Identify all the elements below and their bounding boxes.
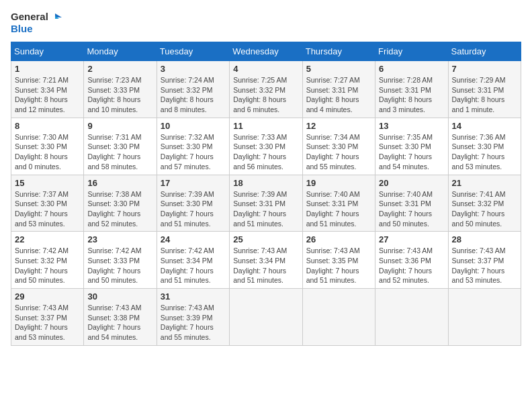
day-number: 10 (161, 121, 226, 131)
cell-info: Sunrise: 7:32 AMSunset: 3:30 PMDaylight:… (161, 132, 226, 172)
calendar-week-row: 1Sunrise: 7:21 AMSunset: 3:34 PMDaylight… (11, 61, 521, 118)
cell-info: Sunrise: 7:28 AMSunset: 3:31 PMDaylight:… (379, 75, 444, 115)
calendar-cell: 18Sunrise: 7:39 AMSunset: 3:31 PMDayligh… (230, 175, 302, 232)
cell-info: Sunrise: 7:43 AMSunset: 3:37 PMDaylight:… (452, 246, 517, 285)
day-number: 1 (15, 64, 80, 74)
cell-info: Sunrise: 7:41 AMSunset: 3:32 PMDaylight:… (452, 189, 517, 229)
cell-info: Sunrise: 7:25 AMSunset: 3:32 PMDaylight:… (233, 75, 298, 115)
day-number: 9 (87, 121, 152, 131)
cell-info: Sunrise: 7:33 AMSunset: 3:30 PMDaylight:… (233, 132, 298, 172)
cell-info: Sunrise: 7:39 AMSunset: 3:30 PMDaylight:… (161, 189, 226, 229)
cell-info: Sunrise: 7:40 AMSunset: 3:31 PMDaylight:… (379, 189, 444, 229)
cell-info: Sunrise: 7:42 AMSunset: 3:33 PMDaylight:… (87, 246, 152, 285)
day-number: 2 (87, 64, 152, 74)
calendar-cell (448, 289, 521, 346)
calendar-body: 1Sunrise: 7:21 AMSunset: 3:34 PMDaylight… (11, 61, 521, 346)
calendar-cell: 27Sunrise: 7:43 AMSunset: 3:36 PMDayligh… (375, 232, 448, 289)
cell-info: Sunrise: 7:43 AMSunset: 3:35 PMDaylight:… (306, 246, 371, 285)
day-number: 6 (379, 64, 444, 74)
calendar-cell: 13Sunrise: 7:35 AMSunset: 3:30 PMDayligh… (375, 118, 448, 175)
calendar-cell: 16Sunrise: 7:38 AMSunset: 3:30 PMDayligh… (84, 175, 157, 232)
calendar-cell: 24Sunrise: 7:42 AMSunset: 3:34 PMDayligh… (157, 232, 229, 289)
day-number: 18 (233, 178, 298, 188)
calendar-cell: 6Sunrise: 7:28 AMSunset: 3:31 PMDaylight… (375, 61, 448, 118)
calendar-week-row: 29Sunrise: 7:43 AMSunset: 3:37 PMDayligh… (11, 289, 521, 346)
calendar-cell: 21Sunrise: 7:41 AMSunset: 3:32 PMDayligh… (448, 175, 521, 232)
calendar-cell: 8Sunrise: 7:30 AMSunset: 3:30 PMDaylight… (11, 118, 84, 175)
day-number: 8 (15, 121, 80, 131)
calendar-cell: 5Sunrise: 7:27 AMSunset: 3:31 PMDaylight… (302, 61, 375, 118)
day-number: 22 (15, 234, 80, 244)
cell-info: Sunrise: 7:43 AMSunset: 3:39 PMDaylight:… (161, 303, 226, 342)
cell-info: Sunrise: 7:38 AMSunset: 3:30 PMDaylight:… (87, 189, 152, 229)
calendar-cell: 29Sunrise: 7:43 AMSunset: 3:37 PMDayligh… (11, 289, 84, 346)
cell-info: Sunrise: 7:29 AMSunset: 3:31 PMDaylight:… (452, 75, 517, 115)
calendar-cell: 22Sunrise: 7:42 AMSunset: 3:32 PMDayligh… (11, 232, 84, 289)
cell-info: Sunrise: 7:35 AMSunset: 3:30 PMDaylight:… (379, 132, 444, 172)
day-number: 21 (452, 178, 517, 188)
calendar-week-row: 8Sunrise: 7:30 AMSunset: 3:30 PMDaylight… (11, 118, 521, 175)
cell-info: Sunrise: 7:36 AMSunset: 3:30 PMDaylight:… (452, 132, 517, 172)
cell-info: Sunrise: 7:31 AMSunset: 3:30 PMDaylight:… (87, 132, 152, 172)
logo: General Blue (11, 11, 62, 35)
day-number: 31 (161, 291, 226, 302)
day-number: 26 (306, 234, 371, 244)
weekday-label: Sunday (11, 42, 84, 61)
cell-info: Sunrise: 7:40 AMSunset: 3:31 PMDaylight:… (306, 189, 371, 229)
day-number: 19 (306, 178, 371, 188)
calendar-cell: 10Sunrise: 7:32 AMSunset: 3:30 PMDayligh… (157, 118, 229, 175)
calendar-cell: 15Sunrise: 7:37 AMSunset: 3:30 PMDayligh… (11, 175, 84, 232)
cell-info: Sunrise: 7:30 AMSunset: 3:30 PMDaylight:… (15, 132, 80, 172)
day-number: 15 (15, 178, 80, 188)
day-number: 24 (161, 234, 226, 244)
calendar-cell: 11Sunrise: 7:33 AMSunset: 3:30 PMDayligh… (230, 118, 302, 175)
calendar-cell (375, 289, 448, 346)
weekday-header-row: SundayMondayTuesdayWednesdayThursdayFrid… (11, 42, 521, 61)
day-number: 4 (233, 64, 298, 74)
weekday-label: Thursday (302, 42, 375, 61)
weekday-label: Monday (84, 42, 157, 61)
weekday-label: Friday (375, 42, 448, 61)
calendar-cell: 28Sunrise: 7:43 AMSunset: 3:37 PMDayligh… (448, 232, 521, 289)
day-number: 25 (233, 234, 298, 244)
cell-info: Sunrise: 7:23 AMSunset: 3:33 PMDaylight:… (87, 75, 152, 115)
day-number: 30 (87, 291, 152, 302)
logo-bird-icon (50, 12, 62, 23)
calendar-cell: 2Sunrise: 7:23 AMSunset: 3:33 PMDaylight… (84, 61, 157, 118)
page-header: General Blue (11, 11, 521, 35)
calendar-week-row: 15Sunrise: 7:37 AMSunset: 3:30 PMDayligh… (11, 175, 521, 232)
calendar-week-row: 22Sunrise: 7:42 AMSunset: 3:32 PMDayligh… (11, 232, 521, 289)
day-number: 16 (87, 178, 152, 188)
calendar-cell (302, 289, 375, 346)
cell-info: Sunrise: 7:43 AMSunset: 3:34 PMDaylight:… (233, 246, 298, 285)
calendar-cell: 14Sunrise: 7:36 AMSunset: 3:30 PMDayligh… (448, 118, 521, 175)
calendar-cell: 17Sunrise: 7:39 AMSunset: 3:30 PMDayligh… (157, 175, 229, 232)
day-number: 27 (379, 234, 444, 244)
weekday-label: Wednesday (230, 42, 302, 61)
calendar-cell: 9Sunrise: 7:31 AMSunset: 3:30 PMDaylight… (84, 118, 157, 175)
calendar-cell: 12Sunrise: 7:34 AMSunset: 3:30 PMDayligh… (302, 118, 375, 175)
calendar-cell: 4Sunrise: 7:25 AMSunset: 3:32 PMDaylight… (230, 61, 302, 118)
weekday-label: Tuesday (157, 42, 229, 61)
cell-info: Sunrise: 7:42 AMSunset: 3:34 PMDaylight:… (161, 246, 226, 285)
calendar-cell: 20Sunrise: 7:40 AMSunset: 3:31 PMDayligh… (375, 175, 448, 232)
calendar-cell: 3Sunrise: 7:24 AMSunset: 3:32 PMDaylight… (157, 61, 229, 118)
calendar-cell: 30Sunrise: 7:43 AMSunset: 3:38 PMDayligh… (84, 289, 157, 346)
cell-info: Sunrise: 7:43 AMSunset: 3:37 PMDaylight:… (15, 303, 80, 342)
day-number: 14 (452, 121, 517, 131)
day-number: 20 (379, 178, 444, 188)
cell-info: Sunrise: 7:24 AMSunset: 3:32 PMDaylight:… (161, 75, 226, 115)
calendar-cell (230, 289, 302, 346)
weekday-label: Saturday (448, 42, 521, 61)
day-number: 7 (452, 64, 517, 74)
cell-info: Sunrise: 7:39 AMSunset: 3:31 PMDaylight:… (233, 189, 298, 229)
day-number: 28 (452, 234, 517, 244)
calendar-cell: 1Sunrise: 7:21 AMSunset: 3:34 PMDaylight… (11, 61, 84, 118)
calendar-table: SundayMondayTuesdayWednesdayThursdayFrid… (11, 42, 521, 346)
calendar-cell: 25Sunrise: 7:43 AMSunset: 3:34 PMDayligh… (230, 232, 302, 289)
cell-info: Sunrise: 7:37 AMSunset: 3:30 PMDaylight:… (15, 189, 80, 229)
calendar-cell: 19Sunrise: 7:40 AMSunset: 3:31 PMDayligh… (302, 175, 375, 232)
calendar-cell: 7Sunrise: 7:29 AMSunset: 3:31 PMDaylight… (448, 61, 521, 118)
calendar-cell: 26Sunrise: 7:43 AMSunset: 3:35 PMDayligh… (302, 232, 375, 289)
day-number: 3 (161, 64, 226, 74)
